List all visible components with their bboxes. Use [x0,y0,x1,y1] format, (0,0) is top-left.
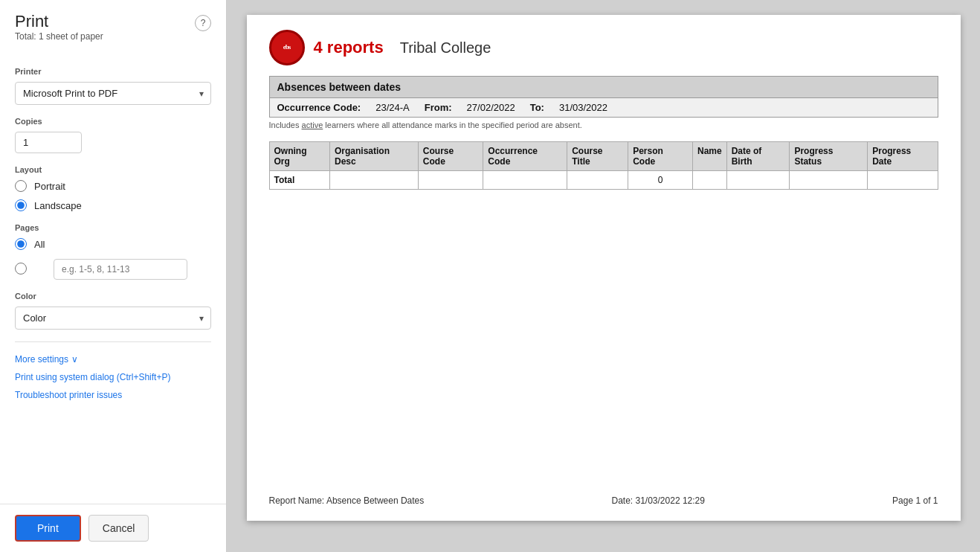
th-org-desc: Organisation Desc [330,142,419,171]
preview-panel: ebs 4 reports Tribal College Absences be… [227,0,980,552]
layout-label: Layout [15,165,211,174]
to-value: 31/03/2022 [559,102,607,113]
td-dob [726,171,790,190]
td-person-code: 0 [628,171,693,190]
footer-report-name: Report Name: Absence Between Dates [269,495,425,506]
printer-select-wrapper: Microsoft Print to PDF Adobe PDF Save as… [15,82,211,105]
copies-input[interactable] [15,132,82,153]
print-title: Print [15,12,103,31]
pages-label: Pages [15,223,211,232]
td-total: Total [269,171,330,190]
more-settings-chevron: ∨ [71,354,78,365]
td-course-code [418,171,483,190]
footer-page-label: Page [892,495,913,506]
help-button[interactable]: ? [195,15,211,31]
portrait-option[interactable]: Portrait [15,180,211,192]
footer-page: Page 1 of 1 [892,495,938,506]
pages-all-option[interactable]: All [15,238,211,250]
pages-custom-radio[interactable] [15,263,27,275]
td-progress-date [868,171,938,190]
from-label: From: [425,102,452,113]
table-row: Total 0 [269,171,938,190]
report-meta-box: Occurrence Code: 23/24-A From: 27/02/202… [269,98,938,118]
cancel-button[interactable]: Cancel [88,515,149,542]
td-org-desc [330,171,419,190]
th-person-code: Person Code [628,142,693,171]
pages-all-label: All [34,239,45,250]
footer-page-value: 1 of 1 [915,495,938,506]
footer-date-value: 31/03/2022 12:29 [636,495,705,506]
footer-date-label: Date: [611,495,633,506]
th-progress-status: Progress Status [790,142,868,171]
printer-label: Printer [15,67,211,76]
td-progress-status [790,171,868,190]
td-course-title [567,171,628,190]
logo-icon: ebs [269,30,305,65]
brand-prefix: 4 reports [314,38,384,57]
page-preview: ebs 4 reports Tribal College Absences be… [247,15,961,521]
th-progress-date: Progress Date [868,142,938,171]
report-note: Includes active learners where all atten… [269,121,938,129]
td-occurrence-code [483,171,567,190]
th-occurrence-code: Occurrence Code [483,142,567,171]
landscape-radio[interactable] [15,199,27,211]
report-footer: Report Name: Absence Between Dates Date:… [269,481,938,506]
copies-label: Copies [15,117,211,126]
color-label: Color [15,292,211,301]
more-settings-label: More settings [15,354,68,365]
report-table: Owning Org Organisation Desc Course Code… [269,141,938,190]
pages-custom-input[interactable] [54,259,187,280]
color-select-wrapper: Color Black and white ▾ [15,307,211,330]
pages-radio-group: All [15,238,211,280]
note-rest: learners where all attendance marks in t… [325,121,581,129]
report-header: ebs 4 reports Tribal College [269,30,938,65]
report-title: Absences between dates [277,81,402,93]
layout-radio-group: Portrait Landscape [15,180,211,211]
color-select[interactable]: Color Black and white [15,307,211,330]
troubleshoot-button[interactable]: Troubleshoot printer issues [15,390,122,400]
th-owning-org: Owning Org [269,142,330,171]
pages-custom-option[interactable] [15,257,211,280]
td-name [692,171,726,190]
divider-1 [15,341,211,342]
landscape-label: Landscape [34,200,82,211]
print-subtitle: Total: 1 sheet of paper [15,31,103,42]
to-label: To: [530,102,544,113]
portrait-radio[interactable] [15,180,27,192]
report-title-box: Absences between dates [269,76,938,98]
print-panel: Print Total: 1 sheet of paper ? Printer … [0,0,227,552]
from-value: 27/02/2022 [467,102,515,113]
footer-report-name-value: Absence Between Dates [326,495,424,506]
panel-footer: Print Cancel [0,504,226,552]
portrait-label: Portrait [34,181,65,192]
occurrence-label: Occurrence Code: [277,102,361,113]
th-dob: Date of Birth [726,142,790,171]
report-org: Tribal College [400,39,491,57]
footer-date: Date: 31/03/2022 12:29 [611,495,704,506]
more-settings-button[interactable]: More settings ∨ [15,354,78,365]
print-button[interactable]: Print [15,515,81,542]
table-header-row: Owning Org Organisation Desc Course Code… [269,142,938,171]
th-name: Name [692,142,726,171]
report-brand: 4 reports [314,38,384,57]
th-course-title: Course Title [567,142,628,171]
footer-report-name-label: Report Name: [269,495,325,506]
note-link: active [302,121,323,129]
landscape-option[interactable]: Landscape [15,199,211,211]
pages-all-radio[interactable] [15,238,27,250]
occurrence-value: 23/24-A [375,102,410,113]
printer-select[interactable]: Microsoft Print to PDF Adobe PDF Save as… [15,82,211,105]
th-course-code: Course Code [418,142,483,171]
system-dialog-button[interactable]: Print using system dialog (Ctrl+Shift+P) [15,372,170,382]
